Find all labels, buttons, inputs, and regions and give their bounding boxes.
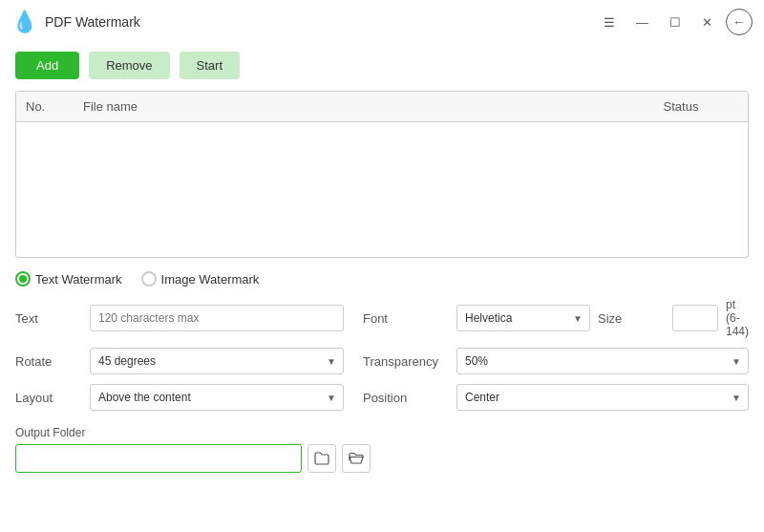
size-unit: pt (6-144) (726, 298, 749, 338)
position-label: Position (363, 391, 449, 405)
text-input[interactable] (90, 305, 344, 331)
layout-label: Layout (15, 391, 82, 405)
browse-folder-button[interactable] (308, 444, 336, 473)
rotate-select[interactable]: 0 degrees 45 degrees 90 degrees 135 degr… (90, 348, 344, 374)
title-controls: ☰ — ☐ ✕ ← (596, 9, 753, 35)
output-section: Output Folder C:\Users\WS\Documents\Clev… (0, 416, 764, 484)
start-button[interactable]: Start (180, 52, 240, 79)
image-watermark-radio[interactable] (141, 271, 157, 287)
font-select[interactable]: Helvetica Arial Times New Roman Courier (456, 305, 590, 331)
output-path-input[interactable]: C:\Users\WS\Documents\CleverPDF (15, 444, 302, 473)
file-table: No. File name Status (15, 91, 749, 258)
font-select-wrapper: Helvetica Arial Times New Roman Courier … (456, 305, 590, 331)
size-input[interactable]: 42 (672, 305, 718, 331)
form-grid: Text Font Helvetica Arial Times New Roma… (15, 298, 749, 411)
minimize-button[interactable]: — (628, 11, 656, 33)
back-button[interactable]: ← (726, 9, 753, 35)
table-header: No. File name Status (16, 92, 748, 122)
output-label: Output Folder (15, 426, 749, 439)
main-window: 💧 PDF Watermark ☰ — ☐ ✕ ← Add Remove Sta… (0, 0, 764, 532)
text-row: Text (15, 298, 344, 338)
rotate-select-wrapper: 0 degrees 45 degrees 90 degrees 135 degr… (90, 348, 344, 374)
app-title: PDF Watermark (45, 14, 140, 30)
image-watermark-option[interactable]: Image Watermark (141, 271, 260, 287)
position-row: Position Center Top Left Top Right Botto… (363, 384, 749, 411)
transparency-select-wrapper: 10% 20% 30% 40% 50% ▼ (456, 348, 749, 374)
text-watermark-label: Text Watermark (35, 272, 122, 287)
close-button[interactable]: ✕ (694, 11, 720, 33)
image-watermark-label: Image Watermark (161, 272, 260, 287)
text-label: Text (15, 311, 82, 326)
layout-row: Layout Above the content Below the conte… (15, 384, 344, 411)
font-label: Font (363, 311, 449, 326)
text-watermark-radio[interactable] (15, 271, 31, 287)
col-name-header: File name (83, 99, 624, 114)
font-row: Font Helvetica Arial Times New Roman Cou… (363, 298, 749, 338)
rotate-row: Rotate 0 degrees 45 degrees 90 degrees 1… (15, 348, 344, 374)
title-bar: 💧 PDF Watermark ☰ — ☐ ✕ ← (0, 0, 764, 44)
radio-row: Text Watermark Image Watermark (15, 271, 749, 287)
transparency-label: Transparency (363, 354, 449, 369)
title-left: 💧 PDF Watermark (11, 10, 140, 34)
restore-button[interactable]: ☐ (662, 11, 689, 33)
table-body (16, 122, 748, 256)
toolbar: Add Remove Start (0, 44, 764, 91)
size-label: Size (598, 311, 665, 326)
position-select[interactable]: Center Top Left Top Right Bottom Left Bo… (456, 384, 749, 411)
rotate-label: Rotate (15, 354, 82, 369)
open-folder-icon (349, 452, 364, 465)
transparency-select[interactable]: 10% 20% 30% 40% 50% (456, 348, 749, 374)
menu-button[interactable]: ☰ (596, 11, 623, 33)
watermark-options: Text Watermark Image Watermark Text Font… (0, 258, 764, 416)
layout-select-wrapper: Above the content Below the content ▼ (90, 384, 344, 411)
folder-icon (314, 452, 329, 465)
add-button[interactable]: Add (15, 52, 79, 79)
open-folder-button[interactable] (342, 444, 371, 473)
col-no-header: No. (26, 99, 83, 114)
transparency-row: Transparency 10% 20% 30% 40% 50% ▼ (363, 348, 749, 374)
position-select-wrapper: Center Top Left Top Right Bottom Left Bo… (456, 384, 749, 411)
col-status-header: Status (624, 99, 738, 114)
app-icon: 💧 (11, 10, 37, 34)
output-row: C:\Users\WS\Documents\CleverPDF (15, 444, 749, 473)
text-watermark-option[interactable]: Text Watermark (15, 271, 122, 287)
layout-select[interactable]: Above the content Below the content (90, 384, 344, 411)
remove-button[interactable]: Remove (89, 52, 169, 79)
